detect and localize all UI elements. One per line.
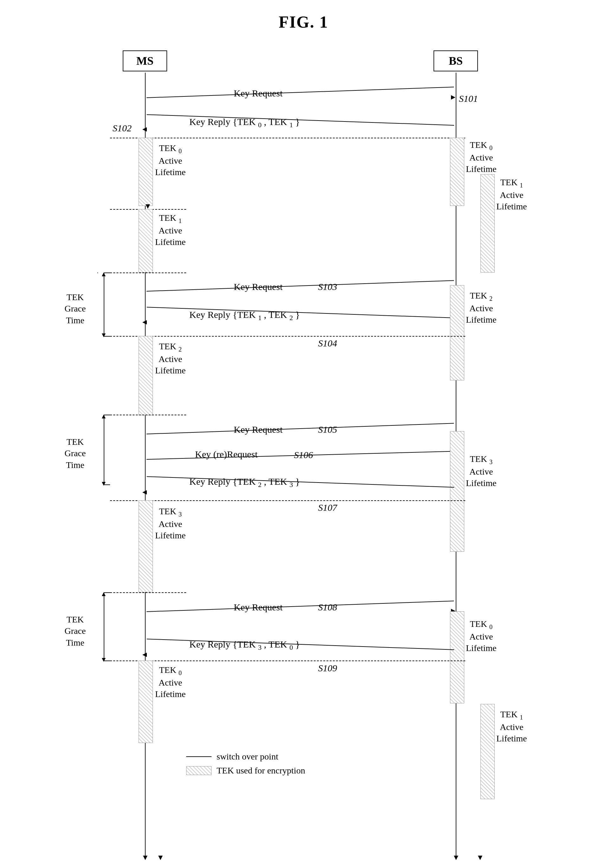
dash-line-7 <box>110 592 186 593</box>
dash-line-6 <box>110 500 465 501</box>
tek0-bs-label-2: TEK 0ActiveLifetime <box>466 618 496 654</box>
legend-shade-icon <box>186 766 212 775</box>
tek1-ms-label: TEK 1ActiveLifetime <box>155 212 186 248</box>
ms-down-arrow <box>143 856 147 860</box>
tek3-bs-label: TEK 3ActiveLifetime <box>466 453 496 489</box>
ms-shade-down-arrow <box>158 856 163 860</box>
tek0-ms-label: TEK 0ActiveLifetime <box>155 143 186 178</box>
tek0-bs-shade-2 <box>450 611 464 703</box>
s106-label: S106 <box>294 450 313 460</box>
legend: switch over point TEK used for encryptio… <box>186 752 305 776</box>
tek0-ms-shade-2 <box>139 660 153 743</box>
tek0-bs-label: TEK 0ActiveLifetime <box>466 139 496 175</box>
tek3-ms-label: TEK 3ActiveLifetime <box>155 506 186 541</box>
tgt1-vline <box>104 273 104 336</box>
key-request-4-label: Key Request <box>234 602 283 612</box>
tgt1-label: TEKGraceTime <box>53 291 98 326</box>
tgt3-top-arrow <box>102 592 105 596</box>
s109-label: S109 <box>318 663 337 674</box>
s107-label: S107 <box>318 502 337 513</box>
key-request-4-arrow <box>147 601 454 612</box>
figure-title: FIG. 1 <box>19 13 588 31</box>
s103-label: S103 <box>318 281 337 292</box>
key-reply-12-label: Key Reply {TEK 1 , TEK 2 } <box>189 309 300 322</box>
page: FIG. 1 MS BS Key Request S101 <box>0 0 607 868</box>
tek1-bs-shade-2 <box>480 704 495 799</box>
tgt2-vline <box>104 415 104 484</box>
tgt3-bottom-arrow <box>102 658 105 662</box>
tek2-bs-shade <box>450 285 464 380</box>
tek1-bs-label-2: TEK 1ActiveLifetime <box>496 709 527 744</box>
tek2-ms-label: TEK 2ActiveLifetime <box>155 341 186 376</box>
tek0-ms-down-arrow <box>146 204 150 209</box>
key-request-label: Key Request <box>234 88 283 99</box>
tgt2-top-arrow <box>102 415 105 418</box>
key-request-2-label: Key Request <box>234 281 283 292</box>
ms-entity: MS <box>123 50 167 71</box>
tek2-bs-label: TEK 2ActiveLifetime <box>466 290 496 326</box>
bs-shade-down-arrow <box>478 856 482 860</box>
dash-line-1 <box>110 138 465 138</box>
legend-tek: TEK used for encryption <box>186 766 305 776</box>
tgt3-label: TEKGraceTime <box>53 614 98 648</box>
diagram: MS BS Key Request S101 Key Reply {TEK 0 … <box>34 44 573 863</box>
tek3-ms-shade <box>139 500 153 592</box>
key-reply-23-label: Key Reply {TEK 2 , TEK 3 } <box>189 476 300 489</box>
key-reply-30-label: Key Reply {TEK 3 , TEK 0 } <box>189 639 300 652</box>
tek3-bs-shade <box>450 431 464 552</box>
key-reply-12-arrowhead <box>142 320 147 324</box>
tek-grace-1-bracket-top <box>98 273 98 273</box>
tek1-bs-shade <box>480 174 495 273</box>
key-request-2-arrow <box>147 280 454 291</box>
tek1-bs-label: TEK 1ActiveLifetime <box>496 177 527 212</box>
key-reply-23-arrowhead <box>142 490 147 494</box>
tek0-ms-label-2: TEK 0ActiveLifetime <box>155 664 186 700</box>
tek0-ms-shade <box>139 138 153 206</box>
tgt1-bottom-arrow <box>102 333 105 337</box>
legend-switch: switch over point <box>186 752 305 762</box>
key-reply-30-arrowhead <box>142 653 147 657</box>
tgt3-vline <box>104 592 104 660</box>
tek2-ms-shade <box>139 336 153 415</box>
tek0-bs-shade <box>450 138 464 206</box>
bs-down-arrow <box>454 856 458 860</box>
key-reply-01-arrowhead-left <box>142 127 147 132</box>
dash-line-5 <box>110 415 186 415</box>
key-request-3-label: Key Request <box>234 424 283 435</box>
s101-label: S101 <box>459 93 478 104</box>
key-request-3-arrow <box>147 423 454 434</box>
key-reply-01-label: Key Reply {TEK 0 , TEK 1 } <box>189 116 300 129</box>
s105-label: S105 <box>318 424 337 435</box>
s102-label: S102 <box>113 123 132 133</box>
key-request-arrowhead <box>451 95 455 100</box>
dash-line-8 <box>110 660 465 661</box>
key-request-arrow <box>147 87 454 98</box>
s108-label: S108 <box>318 602 337 612</box>
s104-label: S104 <box>318 338 337 349</box>
bs-entity: BS <box>434 50 478 71</box>
tgt1-top-arrow <box>102 273 105 276</box>
legend-line-icon <box>186 756 212 757</box>
key-rerequest-label: Key (re)Request <box>195 449 257 460</box>
tek1-ms-shade <box>139 209 153 273</box>
tgt2-label: TEKGraceTime <box>53 436 98 471</box>
tgt2-bottom-arrow <box>102 482 105 486</box>
dash-line-4 <box>110 336 465 336</box>
dash-line-3 <box>110 273 186 273</box>
